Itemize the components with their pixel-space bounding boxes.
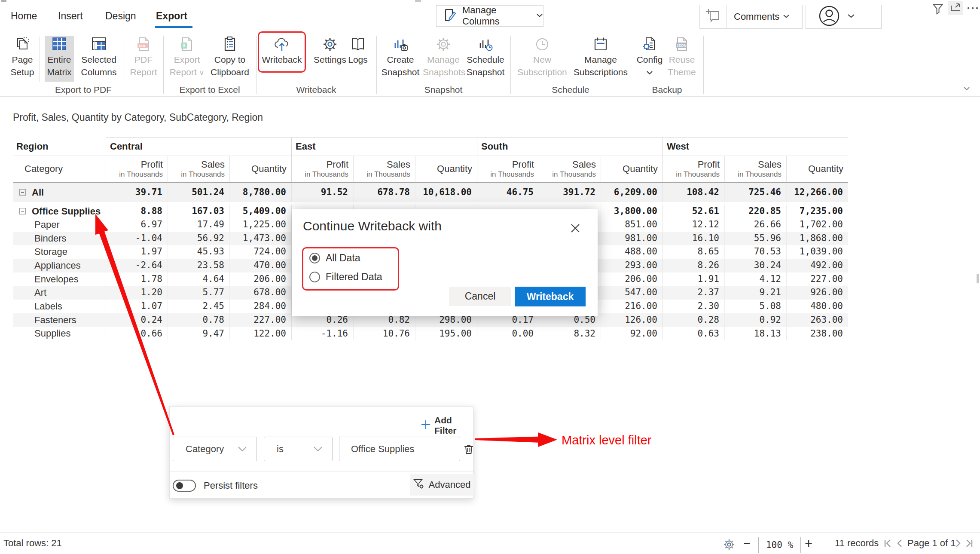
- cell[interactable]: 92.00: [601, 327, 662, 341]
- cell[interactable]: 8.65: [662, 245, 724, 259]
- cell[interactable]: 480.00: [786, 300, 848, 313]
- cell[interactable]: 678.78: [353, 183, 415, 202]
- cell[interactable]: 0.63: [662, 327, 724, 341]
- cell[interactable]: 17.49: [168, 218, 229, 232]
- cell[interactable]: 1,039.00: [786, 245, 848, 259]
- cell[interactable]: 9.47: [168, 327, 229, 341]
- add-filter-button[interactable]: Add Filter: [421, 415, 473, 436]
- page-setup-button[interactable]: Page Setup: [6, 36, 39, 82]
- cell[interactable]: 1.07: [106, 300, 168, 313]
- cell[interactable]: 23.58: [168, 259, 229, 272]
- cell[interactable]: 2.37: [662, 286, 724, 300]
- cell[interactable]: 501.24: [168, 183, 229, 202]
- cancel-button[interactable]: Cancel: [449, 287, 511, 306]
- manage-columns-button[interactable]: Manage Columns: [436, 5, 543, 27]
- cell[interactable]: 1,702.00: [786, 218, 848, 232]
- zoom-in-button[interactable]: +: [805, 536, 812, 551]
- settings-gear-icon[interactable]: [723, 538, 736, 554]
- cell[interactable]: 56.92: [168, 232, 229, 245]
- cell[interactable]: 227.00: [786, 272, 848, 286]
- measure-header-east-profit[interactable]: Profitin Thousands: [291, 156, 353, 183]
- row-label[interactable]: Office Supplies: [32, 206, 101, 217]
- cell[interactable]: 6,209.00: [601, 183, 662, 202]
- row-label[interactable]: Art: [34, 287, 46, 298]
- cell[interactable]: 39.71: [106, 183, 168, 202]
- measure-header-east-quantity[interactable]: Quantity: [415, 156, 477, 183]
- cell[interactable]: 5,409.00: [229, 205, 291, 218]
- logs-button[interactable]: Logs: [346, 36, 369, 82]
- reuse-theme-button[interactable]: JSON Reuse Theme: [666, 36, 698, 82]
- cell[interactable]: 9.21: [724, 286, 786, 300]
- measure-header-west-quantity[interactable]: Quantity: [786, 156, 848, 183]
- new-subscription-button[interactable]: New Subscription: [516, 36, 569, 82]
- cell[interactable]: 46.75: [477, 183, 539, 202]
- cell[interactable]: 26.66: [724, 218, 786, 232]
- cell[interactable]: 12.12: [662, 218, 724, 232]
- export-report-button[interactable]: X Export Report ∨: [168, 36, 205, 82]
- measure-header-central-quantity[interactable]: Quantity: [229, 156, 291, 183]
- cell[interactable]: 0.78: [168, 313, 229, 327]
- first-page-icon[interactable]: [883, 539, 893, 551]
- toggle-off[interactable]: [173, 480, 196, 492]
- measure-header-south-profit[interactable]: Profitin Thousands: [477, 156, 539, 183]
- cell[interactable]: 55.96: [724, 232, 786, 245]
- cell[interactable]: 488.00: [601, 245, 662, 259]
- row-label[interactable]: All: [32, 187, 44, 198]
- filter-field-dropdown[interactable]: Category: [173, 437, 257, 461]
- cell[interactable]: 3,800.00: [601, 205, 662, 218]
- cell[interactable]: 206.00: [601, 272, 662, 286]
- filter-funnel-icon[interactable]: [931, 3, 944, 16]
- row-label[interactable]: Appliances: [34, 260, 81, 271]
- cell[interactable]: 6.97: [106, 218, 168, 232]
- cell[interactable]: 1.78: [106, 272, 168, 286]
- cell[interactable]: -0.66: [106, 327, 168, 341]
- user-avatar-button[interactable]: [806, 5, 882, 29]
- cell[interactable]: 1.91: [662, 272, 724, 286]
- vertical-scrollbar-thumb[interactable]: [977, 274, 979, 283]
- cell[interactable]: 18.13: [724, 327, 786, 341]
- measure-header-south-quantity[interactable]: Quantity: [601, 156, 662, 183]
- config-button[interactable]: Config: [635, 36, 664, 82]
- cell[interactable]: 195.00: [415, 327, 477, 341]
- tab-export[interactable]: Export: [156, 10, 187, 22]
- last-page-icon[interactable]: [964, 539, 974, 551]
- create-snapshot-button[interactable]: Create Snapshot: [380, 36, 421, 82]
- cell[interactable]: 91.52: [291, 183, 353, 202]
- schedule-snapshot-button[interactable]: Schedule Snapshot: [465, 36, 506, 82]
- cell[interactable]: 2.45: [168, 300, 229, 313]
- tab-home[interactable]: Home: [11, 10, 37, 22]
- manage-subscriptions-button[interactable]: Manage Subscriptions: [571, 36, 630, 82]
- collapse-icon[interactable]: [19, 189, 26, 196]
- cell[interactable]: 10.76: [353, 327, 415, 341]
- cell[interactable]: 12,266.00: [786, 183, 848, 202]
- measure-header-central-profit[interactable]: Profitin Thousands: [106, 156, 168, 183]
- cell[interactable]: 0.92: [724, 313, 786, 327]
- cell[interactable]: 725.46: [724, 183, 786, 202]
- close-icon[interactable]: [570, 223, 580, 235]
- cell[interactable]: 8.26: [662, 259, 724, 272]
- cell[interactable]: 263.00: [786, 313, 848, 327]
- tab-insert[interactable]: Insert: [58, 10, 83, 22]
- focus-mode-icon[interactable]: [948, 1, 963, 15]
- cell[interactable]: -1.04: [106, 232, 168, 245]
- cell[interactable]: 1.97: [106, 245, 168, 259]
- cell[interactable]: 8.88: [106, 205, 168, 218]
- zoom-level-input[interactable]: 100 %: [758, 537, 801, 553]
- cell[interactable]: 391.72: [539, 183, 601, 202]
- writeback-confirm-button[interactable]: Writeback: [515, 287, 586, 306]
- cell[interactable]: 70.53: [724, 245, 786, 259]
- cell[interactable]: 16.10: [662, 232, 724, 245]
- cell[interactable]: 5.08: [724, 300, 786, 313]
- category-column-header[interactable]: Category: [13, 156, 106, 183]
- advanced-filter-button[interactable]: Advanced: [410, 474, 474, 496]
- cell[interactable]: 167.03: [168, 205, 229, 218]
- cell[interactable]: 8,780.00: [229, 183, 291, 202]
- manage-snapshots-button[interactable]: Manage Snapshots: [423, 36, 464, 82]
- row-label[interactable]: Fasteners: [34, 315, 76, 326]
- cell[interactable]: 122.00: [229, 327, 291, 341]
- cell[interactable]: 52.61: [662, 205, 724, 218]
- cell[interactable]: 470.00: [229, 259, 291, 272]
- cell[interactable]: 492.00: [786, 259, 848, 272]
- cell[interactable]: 4.12: [724, 272, 786, 286]
- row-label[interactable]: Storage: [34, 246, 67, 257]
